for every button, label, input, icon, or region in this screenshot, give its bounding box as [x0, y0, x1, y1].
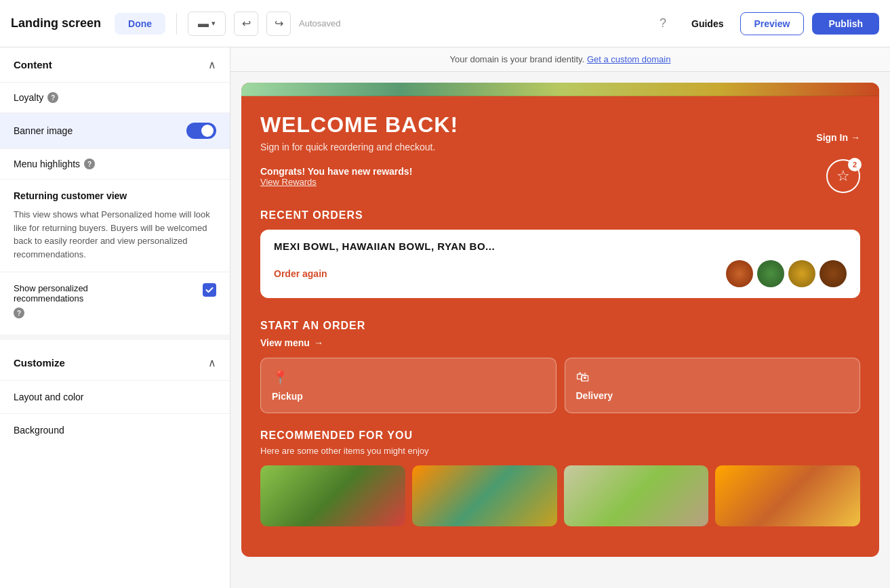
recent-orders-section: RECENT ORDERS MEXI BOWL, HAWAIIAN BOWL, … — [241, 204, 879, 309]
main-layout: Content ∧ Loyalty ? Banner image Menu hi… — [0, 47, 890, 588]
personalized-help-icon[interactable]: ? — [14, 308, 24, 318]
banner-image-strip — [241, 83, 879, 96]
food-card-image-2 — [412, 465, 557, 526]
welcome-section: WELCOME BACK! Sign in for quick reorderi… — [241, 96, 879, 154]
customize-chevron-icon: ∧ — [208, 356, 216, 369]
recommended-section: RECOMMENDED FOR YOU Here are some other … — [241, 424, 879, 540]
delivery-button[interactable]: 🛍 Delivery — [565, 358, 861, 413]
bag-icon: 🛍 — [576, 369, 590, 385]
food-image-2 — [757, 260, 784, 287]
customize-title: Customize — [14, 357, 65, 369]
redo-icon: ↪ — [275, 17, 283, 30]
undo-icon: ↩ — [242, 17, 251, 30]
autosave-status: Autosaved — [299, 18, 643, 28]
location-pin-icon: 📍 — [272, 369, 289, 385]
redo-button[interactable]: ↪ — [266, 12, 291, 36]
show-personalized-row: Show personalized recommendations ? — [0, 272, 230, 329]
food-card-image-3 — [564, 465, 709, 526]
rewards-text: Congrats! You have new rewards! View Rew… — [260, 166, 412, 187]
personalized-checkbox[interactable] — [203, 283, 216, 297]
order-card-bottom: Order again — [274, 260, 847, 287]
badge-count: 2 — [848, 158, 862, 171]
food-card-4[interactable] — [715, 465, 860, 526]
banner-image-toggle[interactable] — [186, 123, 216, 139]
domain-banner-text: Your domain is your brand identity. — [450, 54, 585, 64]
welcome-subtitle: Sign in for quick reordering and checkou… — [260, 142, 860, 152]
pickup-button[interactable]: 📍 Pickup — [260, 358, 557, 413]
sidebar-item-banner-image: Banner image — [0, 113, 230, 149]
content-section-title: Content — [14, 59, 52, 70]
order-buttons: 📍 Pickup 🛍 Delivery — [260, 358, 860, 413]
rewards-badge[interactable]: ☆ 2 — [826, 159, 860, 193]
sidebar: Content ∧ Loyalty ? Banner image Menu hi… — [0, 47, 230, 588]
content-section-header[interactable]: Content ∧ — [0, 47, 230, 83]
start-order-title: START AN ORDER — [260, 320, 860, 332]
done-button[interactable]: Done — [115, 13, 165, 35]
recommended-subtitle: Here are some other items you might enjo… — [260, 446, 860, 456]
sidebar-item-menu-highlights[interactable]: Menu highlights ? — [0, 149, 230, 180]
menu-highlights-help-icon[interactable]: ? — [84, 159, 95, 169]
check-icon — [205, 286, 214, 294]
loyalty-help-icon[interactable]: ? — [47, 92, 58, 103]
menu-highlights-label: Menu highlights ? — [14, 159, 95, 169]
food-image-3 — [788, 260, 815, 287]
monitor-icon: ▬ — [198, 18, 209, 30]
banner-image-label: Banner image — [14, 125, 73, 136]
preview-button[interactable]: Preview — [740, 12, 805, 35]
page-title: Landing screen — [11, 16, 101, 30]
food-images — [726, 260, 847, 287]
content-chevron-icon: ∧ — [208, 58, 216, 71]
order-card[interactable]: MEXI BOWL, HAWAIIAN BOWL, RYAN BO... Ord… — [260, 230, 860, 298]
section-divider — [0, 335, 230, 340]
food-card-image-1 — [260, 465, 405, 526]
food-image-4 — [820, 260, 847, 287]
delivery-label: Delivery — [576, 390, 613, 401]
star-icon: ☆ — [836, 167, 850, 185]
preview-area: Your domain is your brand identity. Get … — [230, 47, 890, 588]
sidebar-item-loyalty[interactable]: Loyalty ? — [0, 83, 230, 113]
undo-button[interactable]: ↩ — [234, 12, 258, 36]
order-name: MEXI BOWL, HAWAIIAN BOWL, RYAN BO... — [274, 240, 847, 252]
start-order-section: START AN ORDER View menu → 📍 Pickup 🛍 De… — [241, 309, 879, 424]
food-card-3[interactable] — [564, 465, 709, 526]
food-card-image-4 — [715, 465, 860, 526]
recommended-title: RECOMMENDED FOR YOU — [260, 429, 860, 442]
guides-button[interactable]: Guides — [683, 13, 731, 35]
returning-customer-section: Returning customer view This view shows … — [0, 180, 230, 272]
view-menu-arrow-icon: → — [314, 337, 323, 348]
dropdown-arrow-icon: ▾ — [211, 19, 216, 28]
returning-title: Returning customer view — [14, 190, 216, 201]
food-grid — [260, 465, 860, 526]
show-personalized-label: Show personalized recommendations ? — [14, 283, 149, 318]
sidebar-item-layout-color[interactable]: Layout and color — [0, 380, 230, 413]
sidebar-item-background[interactable]: Background — [0, 413, 230, 446]
food-image-1 — [726, 260, 753, 287]
customize-section-header[interactable]: Customize ∧ — [0, 345, 230, 380]
food-card-2[interactable] — [412, 465, 557, 526]
pickup-label: Pickup — [272, 391, 303, 402]
order-again-button[interactable]: Order again — [274, 268, 327, 279]
view-menu-link[interactable]: View menu → — [260, 337, 860, 348]
domain-banner: Your domain is your brand identity. Get … — [230, 47, 890, 72]
restaurant-preview: WELCOME BACK! Sign in for quick reorderi… — [241, 83, 879, 557]
view-rewards-link[interactable]: View Rewards — [260, 177, 412, 187]
toolbar: Landing screen Done ▬ ▾ ↩ ↪ Autosaved ? … — [0, 0, 890, 47]
toolbar-divider — [176, 13, 177, 35]
loyalty-label: Loyalty ? — [14, 92, 58, 103]
view-selector-button[interactable]: ▬ ▾ — [188, 12, 226, 36]
publish-button[interactable]: Publish — [812, 13, 879, 35]
rewards-section: Congrats! You have new rewards! View Rew… — [241, 154, 879, 204]
food-card-1[interactable] — [260, 465, 405, 526]
help-icon: ? — [660, 16, 666, 30]
domain-banner-link[interactable]: Get a custom domain — [587, 54, 671, 64]
help-button[interactable]: ? — [651, 12, 675, 36]
recent-orders-title: RECENT ORDERS — [260, 209, 860, 222]
rewards-title: Congrats! You have new rewards! — [260, 166, 412, 177]
returning-desc: This view shows what Personalized home w… — [14, 208, 216, 261]
